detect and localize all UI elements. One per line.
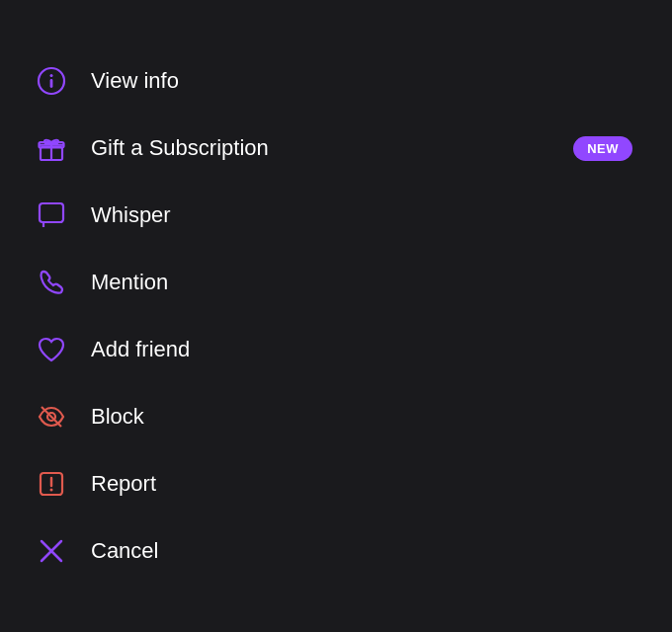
info-circle-icon — [32, 61, 71, 101]
svg-rect-2 — [50, 79, 53, 88]
heart-icon — [32, 330, 71, 369]
menu-label-view-info: View info — [91, 68, 179, 94]
menu-item-add-friend[interactable]: Add friend — [0, 316, 672, 383]
menu-label-whisper: Whisper — [91, 202, 171, 228]
report-icon — [32, 464, 71, 504]
new-badge: NEW — [573, 136, 632, 161]
menu-label-block: Block — [91, 404, 144, 430]
chat-icon — [32, 196, 71, 235]
menu-item-cancel[interactable]: Cancel — [0, 517, 672, 585]
menu-label-mention: Mention — [91, 270, 168, 295]
gift-icon — [32, 128, 71, 168]
menu-item-report[interactable]: Report — [0, 450, 672, 517]
svg-rect-7 — [40, 203, 63, 222]
menu-item-gift-subscription[interactable]: Gift a Subscription NEW — [0, 115, 672, 182]
menu-label-gift-subscription: Gift a Subscription — [91, 135, 269, 161]
phone-icon — [32, 263, 71, 302]
menu-item-block[interactable]: Block — [0, 383, 672, 450]
menu-item-mention[interactable]: Mention — [0, 249, 672, 316]
menu-label-add-friend: Add friend — [91, 337, 190, 362]
menu-item-whisper[interactable]: Whisper — [0, 182, 672, 249]
menu-label-report: Report — [91, 471, 156, 497]
svg-point-1 — [50, 74, 53, 77]
menu-item-view-info[interactable]: View info — [0, 47, 672, 115]
context-menu: View info Gift a Subscription NEW — [0, 32, 672, 600]
block-icon — [32, 397, 71, 436]
x-icon — [32, 531, 71, 571]
svg-point-12 — [50, 489, 53, 492]
menu-label-cancel: Cancel — [91, 538, 158, 564]
